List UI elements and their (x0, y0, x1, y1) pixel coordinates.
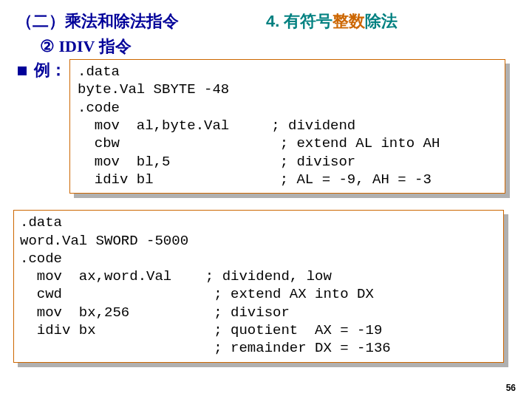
code-box-2: .data word.Val SWORD -5000 .code mov ax,… (13, 210, 504, 363)
sec-word-b: 整数 (332, 12, 365, 30)
section-title: （二）乘法和除法指令 (16, 10, 266, 33)
example-label: 例： (34, 59, 66, 198)
sec-word-c: 除法 (365, 12, 398, 30)
example-row: 例： .data byte.Val SBYTE -48 .code mov al… (0, 58, 532, 198)
header-left: （二）乘法和除法指令 ② IDIV 指令 (16, 10, 266, 58)
sec-word-a: 有符号 (284, 12, 332, 30)
code-box-1: .data byte.Val SBYTE -48 .code mov al,by… (69, 59, 505, 194)
code-box-1-shadow: .data byte.Val SBYTE -48 .code mov al,by… (74, 64, 510, 198)
code-box-2-container: .data word.Val SWORD -5000 .code mov ax,… (0, 198, 532, 367)
code-box-2-shadow: .data word.Val SWORD -5000 .code mov ax,… (18, 214, 508, 367)
page-number: 56 (506, 383, 516, 393)
sec-num: 4. (266, 12, 279, 30)
subtitle-number: ② (40, 37, 55, 55)
section-subtitle: ② IDIV 指令 (40, 35, 266, 58)
header-right: 4. 有符号整数除法 (266, 10, 516, 58)
slide-header: （二）乘法和除法指令 ② IDIV 指令 4. 有符号整数除法 (0, 0, 532, 58)
subtitle-text: IDIV 指令 (59, 37, 132, 55)
bullet-icon (18, 66, 27, 75)
